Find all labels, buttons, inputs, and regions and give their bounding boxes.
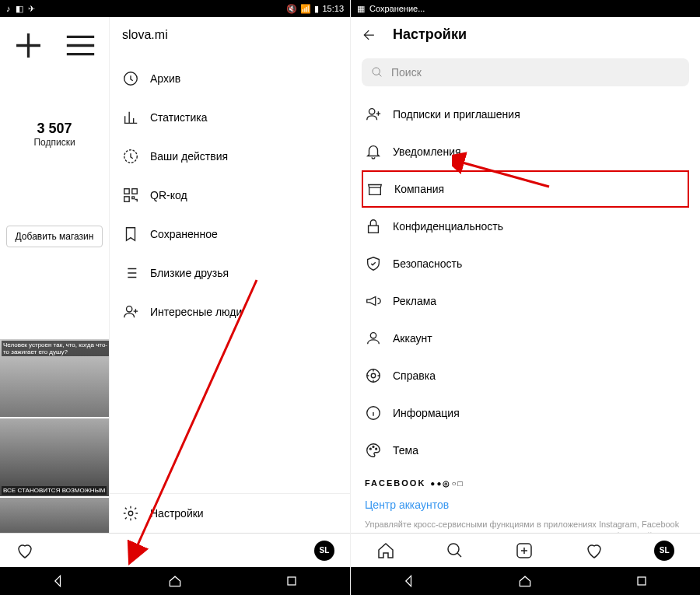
settings-ads[interactable]: Реклама <box>351 282 700 320</box>
profile-left-strip: 3 507 Подписки Добавить магазин Человек … <box>0 17 109 533</box>
post-thumb[interactable]: Человек устроен так, что, когда что-то з… <box>0 339 109 417</box>
svg-point-11 <box>370 333 376 338</box>
svg-point-8 <box>373 68 380 75</box>
settings-account[interactable]: Аккаунт <box>351 320 700 357</box>
nav-home-icon[interactable] <box>167 573 183 589</box>
image-icon: ▦ <box>357 4 365 14</box>
fb-service-icons: ●●◎○□ <box>430 479 464 488</box>
settings-about[interactable]: Информация <box>351 394 700 432</box>
heart-icon[interactable] <box>16 541 34 560</box>
saving-text: Сохранение... <box>369 4 425 13</box>
settings-theme[interactable]: Тема <box>351 432 700 469</box>
palette-icon <box>365 442 382 459</box>
svg-rect-20 <box>638 577 646 585</box>
mute-icon: 🔇 <box>286 4 297 14</box>
drawer-username: slova.mi <box>110 17 350 53</box>
profile-bottom-bar: SL <box>0 533 350 567</box>
status-time: 15:13 <box>322 4 344 13</box>
svg-rect-2 <box>124 189 129 194</box>
settings-follow[interactable]: Подписки и приглашения <box>351 96 700 133</box>
accounts-center-desc: Управляйте кросс-сервисными функциями в … <box>351 519 700 533</box>
nav-recent-icon[interactable] <box>284 573 299 589</box>
add-shop-button[interactable]: Добавить магазин <box>6 226 103 247</box>
menu-insights[interactable]: Статистика <box>110 98 350 137</box>
status-left-icons: ♪ ◧ ✈ <box>6 4 35 14</box>
post-thumb[interactable]: ВСЕ СТАНОВИТСЯ ВОЗМОЖНЫМ <box>0 418 109 496</box>
avatar[interactable]: SL <box>314 541 334 561</box>
search-input[interactable]: Поиск <box>362 58 689 86</box>
menu-discover[interactable]: Интересные люди <box>110 292 350 331</box>
nav-home-icon[interactable] <box>517 573 533 589</box>
list-icon <box>122 264 139 282</box>
search-icon <box>371 66 383 79</box>
followers-label: Подписки <box>0 137 109 148</box>
accounts-center-link[interactable]: Центр аккаунтов <box>351 491 700 519</box>
side-drawer: slova.mi Архив Статистика Ваши действия <box>109 17 350 533</box>
status-bar: ▦ Сохранение... <box>351 0 700 17</box>
shield-icon <box>365 255 382 272</box>
gear-icon <box>122 505 139 522</box>
followers-count[interactable]: 3 507 <box>0 121 109 137</box>
settings-privacy[interactable]: Конфиденциальность <box>351 208 700 245</box>
svg-point-17 <box>376 448 377 450</box>
app-bottom-nav: SL <box>351 533 700 567</box>
activity-icon <box>122 148 139 165</box>
bell-icon <box>365 143 382 160</box>
svg-point-15 <box>369 448 371 450</box>
create-icon[interactable] <box>515 541 534 560</box>
bookmark-icon <box>122 226 139 243</box>
store-icon <box>366 180 383 198</box>
svg-rect-10 <box>369 226 379 233</box>
wifi-icon: 📶 <box>300 4 311 14</box>
svg-rect-3 <box>132 189 137 194</box>
person-icon <box>365 330 382 347</box>
battery-icon: ▮ <box>314 4 319 14</box>
drawer-settings[interactable]: Настройки <box>110 493 350 533</box>
megaphone-icon <box>365 292 382 310</box>
chart-icon <box>122 109 139 126</box>
menu-close-friends[interactable]: Близкие друзья <box>110 254 350 292</box>
svg-point-13 <box>371 373 376 378</box>
svg-rect-7 <box>288 577 296 585</box>
hamburger-icon[interactable] <box>60 23 101 68</box>
settings-help[interactable]: Справка <box>351 357 700 394</box>
add-post-icon[interactable] <box>8 23 49 68</box>
svg-point-6 <box>128 511 133 516</box>
menu-archive[interactable]: Архив <box>110 59 350 98</box>
menu-qrcode[interactable]: QR-код <box>110 176 350 215</box>
tiktok-icon: ♪ <box>6 4 11 13</box>
menu-saved[interactable]: Сохраненное <box>110 215 350 254</box>
nav-recent-icon[interactable] <box>634 573 649 589</box>
svg-point-5 <box>127 306 132 312</box>
status-right-icons: 🔇 📶 ▮ 15:13 <box>286 4 344 14</box>
posts-grid: Человек устроен так, что, когда что-то з… <box>0 339 109 533</box>
settings-security[interactable]: Безопасность <box>351 245 700 282</box>
phone-left-screen: ♪ ◧ ✈ 🔇 📶 ▮ 15:13 3 507 Подписки До <box>0 0 350 595</box>
heart-icon[interactable] <box>585 541 604 560</box>
search-placeholder: Поиск <box>391 66 422 79</box>
post-thumb[interactable]: Нашедший себя, теряет зависимость от <box>0 498 109 533</box>
archive-icon <box>122 70 139 87</box>
status-bar: ♪ ◧ ✈ 🔇 📶 ▮ 15:13 <box>0 0 350 17</box>
settings-business[interactable]: Компания <box>362 170 689 208</box>
back-icon[interactable] <box>362 27 377 43</box>
add-person-icon <box>365 106 382 123</box>
nav-back-icon[interactable] <box>51 573 66 589</box>
phone1-content: 3 507 Подписки Добавить магазин Человек … <box>0 17 350 533</box>
svg-rect-4 <box>124 197 129 201</box>
android-nav <box>351 567 700 595</box>
add-person-icon <box>122 303 139 320</box>
camera-icon: ◧ <box>16 4 23 14</box>
facebook-brand: FACEBOOK ●●◎○□ <box>365 478 686 488</box>
help-icon <box>365 367 382 384</box>
phone-right-screen: ▦ Сохранение... Настройки Поиск Подписки… <box>350 0 700 595</box>
search-icon[interactable] <box>446 541 464 560</box>
menu-activity[interactable]: Ваши действия <box>110 137 350 176</box>
home-icon[interactable] <box>376 541 395 560</box>
avatar[interactable]: SL <box>654 541 674 561</box>
svg-point-18 <box>448 544 459 555</box>
settings-notifications[interactable]: Уведомления <box>351 133 700 170</box>
phone2-content: Настройки Поиск Подписки и приглашения У… <box>351 17 700 533</box>
qrcode-icon <box>122 187 139 204</box>
nav-back-icon[interactable] <box>401 573 417 589</box>
